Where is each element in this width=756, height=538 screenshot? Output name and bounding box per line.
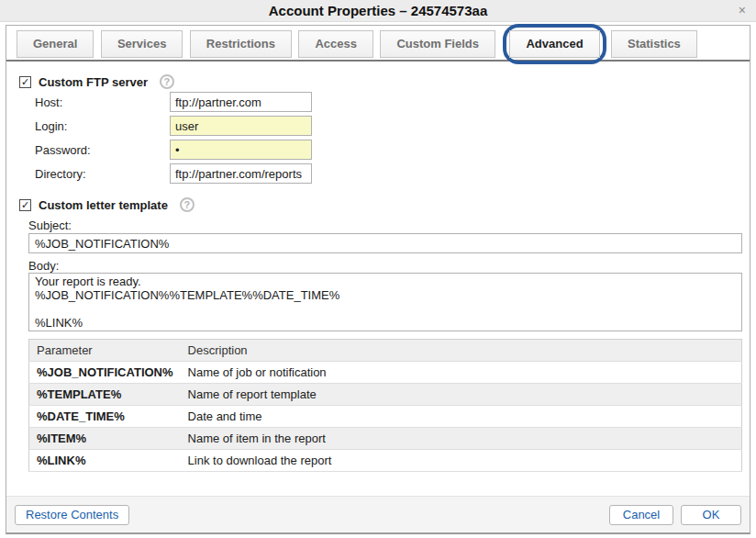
custom-ftp-server-label: Custom FTP server [39,75,148,89]
dialog-footer: Restore Contents Cancel OK [6,496,750,532]
tab-access[interactable]: Access [298,30,373,58]
cancel-button[interactable]: Cancel [609,505,673,525]
advanced-tab-content: ✓ Custom FTP server ? Host: Login: Passw… [6,60,750,496]
desc-cell: Name of item in the report [181,428,742,450]
dialog-titlebar: Account Properties – 24574573aa × [0,0,756,22]
login-input[interactable] [170,116,312,136]
tab-general[interactable]: General [17,30,94,58]
table-header-row: Parameter Description [29,340,742,362]
desc-cell: Link to download the report [181,450,742,472]
body-label: Body: [28,259,742,273]
parameters-table: Parameter Description %JOB_NOTIFICATION%… [28,339,742,472]
param-cell: %JOB_NOTIFICATION% [29,362,181,384]
ok-button[interactable]: OK [681,505,741,525]
table-row: %DATE_TIME% Date and time [29,406,742,428]
table-row: %TEMPLATE% Name of report template [29,384,742,406]
tab-statistics[interactable]: Statistics [611,30,697,58]
custom-letter-template-row: ✓ Custom letter template ? [19,196,742,213]
login-label: Login: [35,119,170,133]
table-row: %ITEM% Name of item in the report [29,428,742,450]
dialog-panel: General Services Restrictions Access Cus… [6,25,750,534]
restore-contents-button[interactable]: Restore Contents [15,505,129,525]
dialog-title: Account Properties – 24574573aa [269,3,487,18]
login-row: Login: [35,114,742,138]
letter-help-icon[interactable]: ? [180,197,195,212]
custom-letter-template-label: Custom letter template [39,198,168,212]
password-label: Password: [35,143,170,157]
custom-ftp-server-row: ✓ Custom FTP server ? [19,73,742,90]
tab-custom-fields[interactable]: Custom Fields [380,30,495,58]
tab-restrictions[interactable]: Restrictions [190,30,292,58]
desc-cell: Date and time [181,406,742,428]
param-cell: %LINK% [29,450,181,472]
tab-services[interactable]: Services [101,30,183,58]
host-label: Host: [35,95,170,109]
parameter-column-header: Parameter [29,340,181,362]
custom-ftp-server-checkbox[interactable]: ✓ [19,76,31,88]
letter-template-section: Subject: Body: Your report is ready. %JO… [28,219,742,472]
account-properties-dialog: Account Properties – 24574573aa × Genera… [0,0,756,538]
custom-letter-template-checkbox[interactable]: ✓ [19,199,31,211]
close-icon[interactable]: × [739,3,746,17]
table-row: %JOB_NOTIFICATION% Name of job or notifi… [29,362,742,384]
param-cell: %TEMPLATE% [29,384,181,406]
directory-label: Directory: [35,167,170,181]
desc-cell: Name of report template [181,384,742,406]
subject-label: Subject: [28,219,742,232]
host-row: Host: [35,90,742,114]
tab-bar: General Services Restrictions Access Cus… [6,26,750,60]
directory-row: Directory: [35,162,742,185]
host-input[interactable] [170,92,312,112]
directory-input[interactable] [170,163,312,184]
description-column-header: Description [181,340,742,362]
param-cell: %ITEM% [29,428,181,450]
ftp-help-icon[interactable]: ? [160,74,174,89]
subject-input[interactable] [28,233,742,253]
desc-cell: Name of job or notification [181,362,742,384]
body-textarea[interactable]: Your report is ready. %JOB_NOTIFICATION%… [28,273,742,331]
advanced-tab-highlight-ring: Advanced [503,24,606,64]
password-row: Password: [35,138,742,162]
password-input[interactable] [170,140,312,160]
tab-advanced[interactable]: Advanced [509,30,599,58]
param-cell: %DATE_TIME% [29,406,181,428]
table-row: %LINK% Link to download the report [29,450,742,472]
